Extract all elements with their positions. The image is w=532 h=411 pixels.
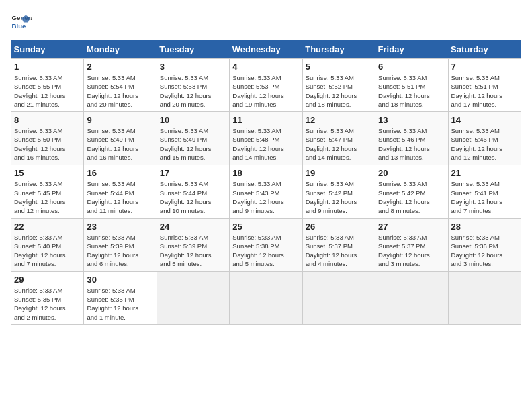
calendar-cell: 25Sunrise: 5:33 AMSunset: 5:38 PMDayligh… (230, 218, 302, 271)
calendar-cell: 18Sunrise: 5:33 AMSunset: 5:43 PMDayligh… (230, 165, 302, 218)
calendar-cell: 13Sunrise: 5:33 AMSunset: 5:46 PMDayligh… (375, 112, 448, 165)
calendar-cell (375, 271, 448, 324)
calendar-cell: 20Sunrise: 5:33 AMSunset: 5:42 PMDayligh… (375, 165, 448, 218)
calendar-week-4: 22Sunrise: 5:33 AMSunset: 5:40 PMDayligh… (11, 218, 521, 271)
day-detail: Sunrise: 5:33 AMSunset: 5:47 PMDaylight:… (306, 127, 357, 161)
calendar-cell: 17Sunrise: 5:33 AMSunset: 5:44 PMDayligh… (157, 165, 229, 218)
day-detail: Sunrise: 5:33 AMSunset: 5:44 PMDaylight:… (87, 180, 138, 214)
day-number: 1 (14, 62, 81, 72)
day-number: 20 (378, 168, 445, 178)
day-number: 6 (378, 62, 445, 72)
calendar-cell: 10Sunrise: 5:33 AMSunset: 5:49 PMDayligh… (157, 112, 229, 165)
calendar-cell: 21Sunrise: 5:33 AMSunset: 5:41 PMDayligh… (448, 165, 521, 218)
day-number: 23 (87, 222, 153, 232)
day-number: 8 (14, 115, 81, 125)
day-detail: Sunrise: 5:33 AMSunset: 5:52 PMDaylight:… (306, 74, 357, 108)
calendar-cell: 22Sunrise: 5:33 AMSunset: 5:40 PMDayligh… (11, 218, 84, 271)
calendar-cell: 11Sunrise: 5:33 AMSunset: 5:48 PMDayligh… (230, 112, 302, 165)
calendar-header-row: SundayMondayTuesdayWednesdayThursdayFrid… (11, 40, 521, 59)
day-detail: Sunrise: 5:33 AMSunset: 5:35 PMDaylight:… (14, 287, 66, 321)
logo: General Blue (11, 11, 35, 32)
calendar-cell: 16Sunrise: 5:33 AMSunset: 5:44 PMDayligh… (84, 165, 157, 218)
calendar-cell: 19Sunrise: 5:33 AMSunset: 5:42 PMDayligh… (302, 165, 375, 218)
day-number: 26 (306, 222, 372, 232)
day-number: 10 (160, 115, 226, 125)
day-detail: Sunrise: 5:33 AMSunset: 5:39 PMDaylight:… (87, 234, 138, 268)
calendar-cell: 3Sunrise: 5:33 AMSunset: 5:53 PMDaylight… (157, 59, 229, 112)
calendar-week-3: 15Sunrise: 5:33 AMSunset: 5:45 PMDayligh… (11, 165, 521, 218)
logo-icon: General Blue (11, 11, 32, 32)
header-wednesday: Wednesday (230, 40, 302, 59)
calendar-cell: 4Sunrise: 5:33 AMSunset: 5:53 PMDaylight… (230, 59, 302, 112)
day-detail: Sunrise: 5:33 AMSunset: 5:51 PMDaylight:… (378, 74, 430, 108)
calendar-cell: 6Sunrise: 5:33 AMSunset: 5:51 PMDaylight… (375, 59, 448, 112)
calendar-cell: 14Sunrise: 5:33 AMSunset: 5:46 PMDayligh… (448, 112, 521, 165)
calendar-cell: 23Sunrise: 5:33 AMSunset: 5:39 PMDayligh… (84, 218, 157, 271)
day-number: 14 (451, 115, 518, 125)
calendar-cell: 8Sunrise: 5:33 AMSunset: 5:50 PMDaylight… (11, 112, 84, 165)
calendar-table: SundayMondayTuesdayWednesdayThursdayFrid… (11, 40, 521, 325)
day-number: 27 (378, 222, 445, 232)
calendar-cell: 7Sunrise: 5:33 AMSunset: 5:51 PMDaylight… (448, 59, 521, 112)
day-detail: Sunrise: 5:33 AMSunset: 5:38 PMDaylight:… (232, 234, 284, 268)
calendar-cell: 9Sunrise: 5:33 AMSunset: 5:49 PMDaylight… (84, 112, 157, 165)
day-number: 30 (87, 275, 153, 285)
day-number: 11 (232, 115, 299, 125)
day-number: 16 (87, 168, 153, 178)
day-number: 15 (14, 168, 81, 178)
calendar-cell (157, 271, 229, 324)
calendar-cell: 15Sunrise: 5:33 AMSunset: 5:45 PMDayligh… (11, 165, 84, 218)
day-number: 18 (232, 168, 299, 178)
calendar-cell: 26Sunrise: 5:33 AMSunset: 5:37 PMDayligh… (302, 218, 375, 271)
day-number: 29 (14, 275, 81, 285)
day-detail: Sunrise: 5:33 AMSunset: 5:54 PMDaylight:… (87, 74, 138, 108)
calendar-cell: 24Sunrise: 5:33 AMSunset: 5:39 PMDayligh… (157, 218, 229, 271)
day-detail: Sunrise: 5:33 AMSunset: 5:46 PMDaylight:… (451, 127, 503, 161)
day-detail: Sunrise: 5:33 AMSunset: 5:37 PMDaylight:… (378, 234, 430, 268)
day-detail: Sunrise: 5:33 AMSunset: 5:55 PMDaylight:… (14, 74, 66, 108)
day-number: 28 (451, 222, 518, 232)
day-detail: Sunrise: 5:33 AMSunset: 5:41 PMDaylight:… (451, 180, 503, 214)
day-detail: Sunrise: 5:33 AMSunset: 5:35 PMDaylight:… (87, 287, 138, 321)
day-number: 21 (451, 168, 518, 178)
day-detail: Sunrise: 5:33 AMSunset: 5:37 PMDaylight:… (306, 234, 357, 268)
header-sunday: Sunday (11, 40, 84, 59)
svg-text:Blue: Blue (12, 22, 26, 30)
day-detail: Sunrise: 5:33 AMSunset: 5:44 PMDaylight:… (160, 180, 212, 214)
calendar-cell: 2Sunrise: 5:33 AMSunset: 5:54 PMDaylight… (84, 59, 157, 112)
day-detail: Sunrise: 5:33 AMSunset: 5:43 PMDaylight:… (232, 180, 284, 214)
calendar-week-5: 29Sunrise: 5:33 AMSunset: 5:35 PMDayligh… (11, 271, 521, 324)
calendar-cell: 30Sunrise: 5:33 AMSunset: 5:35 PMDayligh… (84, 271, 157, 324)
day-detail: Sunrise: 5:33 AMSunset: 5:50 PMDaylight:… (14, 127, 66, 161)
header-friday: Friday (375, 40, 448, 59)
day-detail: Sunrise: 5:33 AMSunset: 5:49 PMDaylight:… (87, 127, 138, 161)
day-detail: Sunrise: 5:33 AMSunset: 5:42 PMDaylight:… (378, 180, 430, 214)
day-detail: Sunrise: 5:33 AMSunset: 5:48 PMDaylight:… (232, 127, 284, 161)
day-number: 4 (232, 62, 299, 72)
calendar-cell: 12Sunrise: 5:33 AMSunset: 5:47 PMDayligh… (302, 112, 375, 165)
calendar-week-1: 1Sunrise: 5:33 AMSunset: 5:55 PMDaylight… (11, 59, 521, 112)
calendar-cell (302, 271, 375, 324)
day-detail: Sunrise: 5:33 AMSunset: 5:49 PMDaylight:… (160, 127, 212, 161)
calendar-cell: 5Sunrise: 5:33 AMSunset: 5:52 PMDaylight… (302, 59, 375, 112)
day-number: 9 (87, 115, 153, 125)
day-detail: Sunrise: 5:33 AMSunset: 5:36 PMDaylight:… (451, 234, 503, 268)
day-number: 19 (306, 168, 372, 178)
day-detail: Sunrise: 5:33 AMSunset: 5:39 PMDaylight:… (160, 234, 212, 268)
day-detail: Sunrise: 5:33 AMSunset: 5:53 PMDaylight:… (160, 74, 212, 108)
day-number: 5 (306, 62, 372, 72)
day-number: 12 (306, 115, 372, 125)
header-monday: Monday (84, 40, 157, 59)
calendar-cell: 28Sunrise: 5:33 AMSunset: 5:36 PMDayligh… (448, 218, 521, 271)
header-tuesday: Tuesday (157, 40, 229, 59)
day-number: 7 (451, 62, 518, 72)
day-detail: Sunrise: 5:33 AMSunset: 5:51 PMDaylight:… (451, 74, 503, 108)
header-saturday: Saturday (448, 40, 521, 59)
calendar-cell (230, 271, 302, 324)
calendar-week-2: 8Sunrise: 5:33 AMSunset: 5:50 PMDaylight… (11, 112, 521, 165)
day-number: 25 (232, 222, 299, 232)
day-number: 3 (160, 62, 226, 72)
day-detail: Sunrise: 5:33 AMSunset: 5:42 PMDaylight:… (306, 180, 357, 214)
day-number: 13 (378, 115, 445, 125)
calendar-cell (448, 271, 521, 324)
